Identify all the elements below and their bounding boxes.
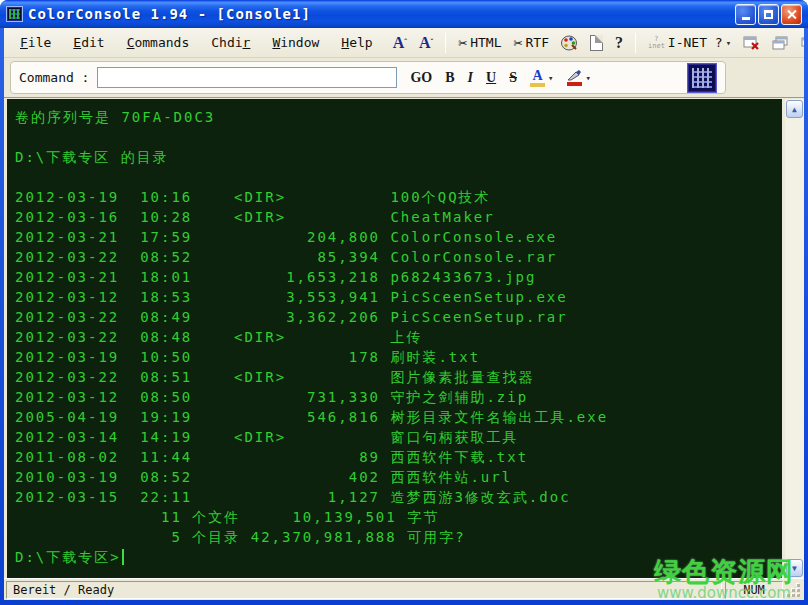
inet-help-dropdown[interactable]: ? inet I-NET ? ▾ xyxy=(644,33,735,52)
close-icon xyxy=(786,9,797,20)
inet-icon: ? inet xyxy=(648,36,665,50)
pen-icon xyxy=(566,69,582,81)
go-button[interactable]: GO xyxy=(410,71,432,85)
cascade-windows-button[interactable] xyxy=(768,33,793,53)
command-input[interactable] xyxy=(97,67,397,88)
console-prompt: D:\下载专区> xyxy=(15,547,121,567)
command-toolbar: Command : GO B I U S A ▾ xyxy=(4,58,804,97)
command-label: Command : xyxy=(19,70,89,85)
copy-as-html-button[interactable]: ✂ HTML xyxy=(454,32,505,54)
menu-edit[interactable]: Edit xyxy=(65,32,112,53)
console-prompt-line[interactable]: D:\下载专区> xyxy=(7,547,782,567)
menu-file[interactable]: File xyxy=(12,32,59,53)
bold-button[interactable]: B xyxy=(445,71,454,85)
minimize-icon xyxy=(742,17,750,20)
font-increase-icon: A xyxy=(393,34,405,52)
chevron-up-icon: ▲ xyxy=(792,105,797,114)
palette-icon xyxy=(561,35,578,51)
text-cursor xyxy=(122,549,124,565)
toolbar-separator xyxy=(445,33,446,53)
underline-button[interactable]: U xyxy=(486,71,496,85)
resize-grip[interactable] xyxy=(786,581,802,599)
console-colors-preview-icon[interactable] xyxy=(687,63,717,93)
menu-help[interactable]: Help xyxy=(333,32,380,53)
chevron-down-icon: ▾ xyxy=(726,38,731,48)
copy-as-rtf-button[interactable]: ✂ RTF xyxy=(509,32,553,54)
menu-bar: File Edit Commands Chdir Window Help Aˆ … xyxy=(4,28,804,58)
close-window-button[interactable] xyxy=(739,33,764,53)
italic-button[interactable]: I xyxy=(468,71,473,85)
scroll-down-button[interactable]: ▼ xyxy=(786,559,803,577)
close-all-windows-icon xyxy=(801,35,804,51)
maximize-button[interactable] xyxy=(758,4,779,25)
cascade-windows-icon xyxy=(772,35,789,51)
title-bar[interactable]: ColorConsole 1.94 - [Console1] xyxy=(0,0,808,28)
console-viewport[interactable]: 卷的序列号是 70FA-D0C3 D:\下载专区 的目录 2012-03-19 … xyxy=(7,99,782,578)
console-area: 卷的序列号是 70FA-D0C3 D:\下载专区 的目录 2012-03-19 … xyxy=(4,97,804,578)
new-document-icon xyxy=(590,35,603,51)
menu-commands[interactable]: Commands xyxy=(119,32,198,53)
font-decrease-icon: A xyxy=(419,34,431,52)
num-lock-indicator: NUM xyxy=(725,581,783,599)
menu-window[interactable]: Window xyxy=(264,32,327,53)
font-color-button[interactable]: A xyxy=(530,69,545,87)
close-button[interactable] xyxy=(781,4,802,25)
scissors-icon: ✂ xyxy=(458,34,467,52)
question-mark-icon: ? xyxy=(615,34,623,52)
font-color-icon: A xyxy=(532,69,542,82)
toolbar-separator xyxy=(635,33,636,53)
close-window-icon xyxy=(743,35,760,51)
colorconsole-window: ColorConsole 1.94 - [Console1] File Edit… xyxy=(0,0,808,605)
new-console-button[interactable] xyxy=(586,33,607,53)
chevron-down-icon: ▼ xyxy=(792,564,797,573)
help-button[interactable]: ? xyxy=(611,32,627,54)
status-bar: Bereit / Ready NUM xyxy=(4,578,804,600)
app-icon xyxy=(6,6,23,22)
console-output: 卷的序列号是 70FA-D0C3 D:\下载专区 的目录 2012-03-19 … xyxy=(7,99,782,547)
status-message: Bereit / Ready xyxy=(6,581,722,599)
font-decrease-button[interactable]: Aˇ xyxy=(415,32,437,54)
font-increase-button[interactable]: Aˆ xyxy=(389,32,411,54)
app-client-area: File Edit Commands Chdir Window Help Aˆ … xyxy=(4,28,804,600)
window-title: ColorConsole 1.94 - [Console1] xyxy=(28,6,311,22)
minimize-button[interactable] xyxy=(735,4,756,25)
close-all-windows-button[interactable] xyxy=(797,33,804,53)
menu-chdir[interactable]: Chdir xyxy=(203,32,258,53)
scroll-up-button[interactable]: ▲ xyxy=(786,100,803,118)
scissors-icon: ✂ xyxy=(513,34,522,52)
chevron-down-icon[interactable]: ▾ xyxy=(548,73,553,83)
vertical-scrollbar[interactable]: ▲ ▼ xyxy=(785,99,804,578)
color-palette-button[interactable] xyxy=(557,33,582,53)
strikethrough-button[interactable]: S xyxy=(509,71,517,85)
maximize-icon xyxy=(764,10,773,19)
highlight-color-button[interactable] xyxy=(566,69,582,86)
chevron-down-icon[interactable]: ▾ xyxy=(585,73,590,83)
